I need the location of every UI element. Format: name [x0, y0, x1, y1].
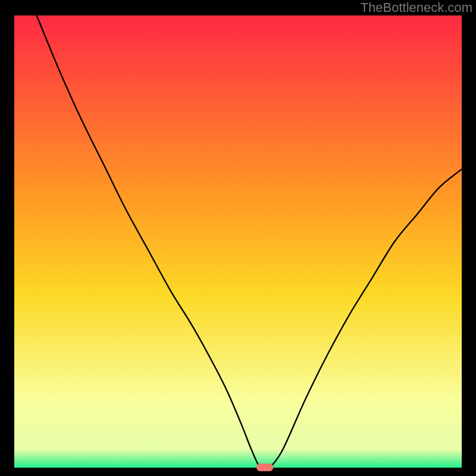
bottleneck-chart	[0, 15, 476, 476]
watermark-label: TheBottleneck.com	[0, 0, 476, 15]
optimum-marker	[256, 464, 273, 471]
chart-canvas	[0, 15, 476, 476]
